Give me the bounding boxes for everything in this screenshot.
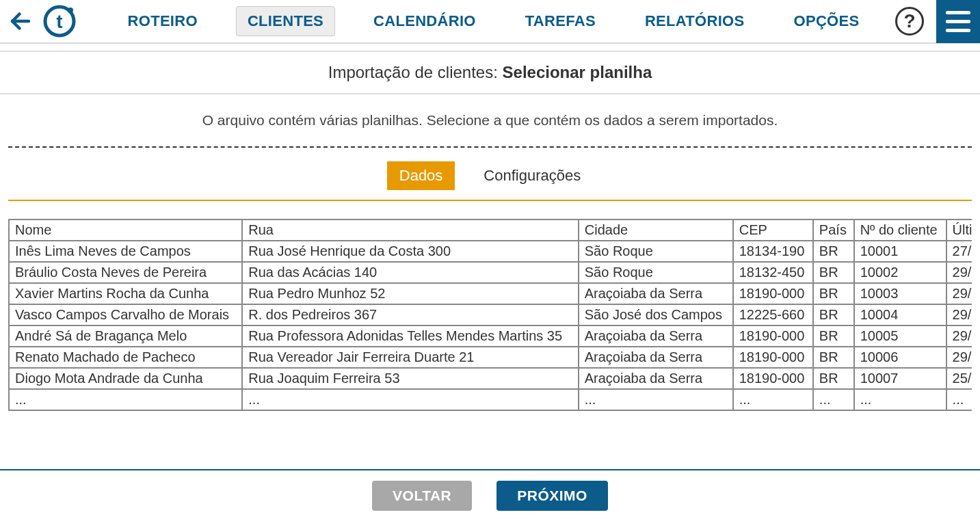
table-cell: 10007 — [854, 368, 946, 389]
column-header: Nome — [9, 219, 242, 241]
table-row: Diogo Mota Andrade da CunhaRua Joaquim F… — [9, 368, 972, 389]
table-scroll-container[interactable]: NomeRuaCidadeCEPPaísNº do clienteÚltimo … — [8, 219, 972, 411]
content-scroll-area[interactable]: O arquivo contém várias planilhas. Selec… — [0, 94, 980, 469]
table-cell: BR — [813, 325, 854, 347]
table-cell: Renato Machado de Pacheco — [9, 347, 242, 368]
table-cell: Rua Vereador Jair Ferreira Duarte 21 — [242, 347, 578, 368]
table-cell: São Roque — [579, 262, 733, 283]
column-header: CEP — [733, 219, 813, 241]
table-body: Inês Lima Neves de CamposRua José Henriq… — [9, 241, 972, 410]
table-cell: R. dos Pedreiros 367 — [242, 304, 578, 325]
page-title: Importação de clientes: Selecionar plani… — [0, 51, 980, 94]
table-cell: BR — [813, 262, 854, 283]
nav-item-tarefas[interactable]: TAREFAS — [514, 7, 607, 36]
nav-item-roteiro[interactable]: ROTEIRO — [117, 7, 209, 36]
table-cell: Rua Pedro Munhoz 52 — [242, 283, 578, 304]
table-cell: Rua José Henrique da Costa 300 — [242, 241, 578, 262]
nav-item-opções[interactable]: OPÇÕES — [783, 7, 871, 36]
table-row: Inês Lima Neves de CamposRua José Henriq… — [9, 241, 972, 262]
instruction-text: O arquivo contém várias planilhas. Selec… — [7, 94, 973, 146]
nav-item-relatórios[interactable]: RELATÓRIOS — [634, 7, 756, 36]
table-cell: 18190-000 — [733, 283, 813, 304]
table-cell: Araçoiaba da Serra — [579, 368, 733, 389]
hamburger-icon — [946, 29, 970, 32]
table-cell: 25/07/2 — [946, 368, 972, 389]
preview-table: NomeRuaCidadeCEPPaísNº do clienteÚltimo … — [8, 219, 972, 411]
table-cell: Rua das Acácias 140 — [242, 262, 578, 283]
t-logo-icon: t — [42, 4, 77, 38]
table-cell: São José dos Campos — [579, 304, 733, 325]
next-step-button[interactable]: PRÓXIMO — [496, 481, 608, 511]
sheet-tabs: DadosConfigurações — [8, 161, 972, 201]
column-header: Rua — [242, 219, 578, 241]
divider — [8, 146, 972, 148]
help-icon: ? — [903, 10, 915, 32]
table-cell: BR — [813, 347, 854, 368]
table-cell: André Sá de Bragança Melo — [9, 325, 242, 347]
table-cell: 10006 — [854, 347, 946, 368]
table-cell: 29/09/2 — [946, 304, 972, 325]
nav-item-calendário[interactable]: CALENDÁRIO — [362, 7, 487, 36]
hamburger-icon — [946, 20, 970, 23]
table-cell: 27/09/2 — [946, 241, 972, 262]
page-title-main: Selecionar planilha — [503, 63, 652, 81]
table-cell: 18190-000 — [733, 325, 813, 347]
table-cell: 29/09/2 — [946, 325, 972, 347]
table-cell: ... — [854, 389, 946, 410]
table-row: ..................... — [9, 389, 972, 410]
main-nav: ROTEIROCLIENTESCALENDÁRIOTAREFASRELATÓRI… — [92, 6, 895, 36]
table-cell: 10004 — [854, 304, 946, 325]
column-header: País — [813, 219, 854, 241]
table-cell: Diogo Mota Andrade da Cunha — [9, 368, 242, 389]
sheet-tab-0[interactable]: Dados — [387, 161, 455, 190]
table-row: Xavier Martins Rocha da CunhaRua Pedro M… — [9, 283, 972, 304]
table-cell: ... — [242, 389, 578, 410]
column-header: Cidade — [579, 219, 733, 241]
table-cell: 18190-000 — [733, 347, 813, 368]
table-cell: 29/09/2 — [946, 347, 972, 368]
table-cell: Rua Joaquim Ferreira 53 — [242, 368, 578, 389]
table-header-row: NomeRuaCidadeCEPPaísNº do clienteÚltimo — [9, 219, 972, 241]
table-cell: São Roque — [579, 241, 733, 262]
arrow-left-icon — [8, 9, 33, 34]
table-cell: 18190-000 — [733, 368, 813, 389]
back-button[interactable] — [0, 0, 41, 43]
hamburger-icon — [946, 11, 970, 14]
table-cell: 18132-450 — [733, 262, 813, 283]
help-button[interactable]: ? — [895, 7, 924, 36]
table-cell: 18134-190 — [733, 241, 813, 262]
column-header: Último — [946, 219, 972, 241]
table-cell: ... — [9, 389, 242, 410]
hamburger-menu-button[interactable] — [936, 0, 980, 43]
svg-text:t: t — [56, 11, 62, 32]
table-cell: BR — [813, 283, 854, 304]
table-cell: Rua Professora Adonidas Telles Mendes Ma… — [242, 325, 578, 347]
table-row: André Sá de Bragança MeloRua Professora … — [9, 325, 972, 347]
table-cell: Araçoiaba da Serra — [579, 347, 733, 368]
top-right-controls: ? — [895, 0, 980, 43]
column-header: Nº do cliente — [854, 219, 946, 241]
table-cell: BR — [813, 368, 854, 389]
table-cell: Araçoiaba da Serra — [579, 283, 733, 304]
table-cell: BR — [813, 241, 854, 262]
back-step-button[interactable]: VOLTAR — [372, 481, 472, 511]
table-row: Renato Machado de PachecoRua Vereador Ja… — [9, 347, 972, 368]
sheet-tab-1[interactable]: Configurações — [471, 161, 593, 190]
table-cell: 10002 — [854, 262, 946, 283]
table-cell: ... — [946, 389, 972, 410]
table-cell: 12225-660 — [733, 304, 813, 325]
table-cell: 10003 — [854, 283, 946, 304]
page-title-prefix: Importação de clientes: — [328, 63, 503, 81]
table-cell: 29/09/2 — [946, 283, 972, 304]
table-cell: 10005 — [854, 325, 946, 347]
table-cell: 29/09/2 — [946, 262, 972, 283]
table-cell: Inês Lima Neves de Campos — [9, 241, 242, 262]
content-inner: O arquivo contém várias planilhas. Selec… — [0, 94, 980, 438]
table-cell: Bráulio Costa Neves de Pereira — [9, 262, 242, 283]
nav-item-clientes[interactable]: CLIENTES — [236, 6, 335, 36]
table-cell: ... — [813, 389, 854, 410]
table-cell: 10001 — [854, 241, 946, 262]
table-cell: ... — [579, 389, 733, 410]
table-cell: Araçoiaba da Serra — [579, 325, 733, 347]
table-row: Vasco Campos Carvalho de MoraisR. dos Pe… — [9, 304, 972, 325]
